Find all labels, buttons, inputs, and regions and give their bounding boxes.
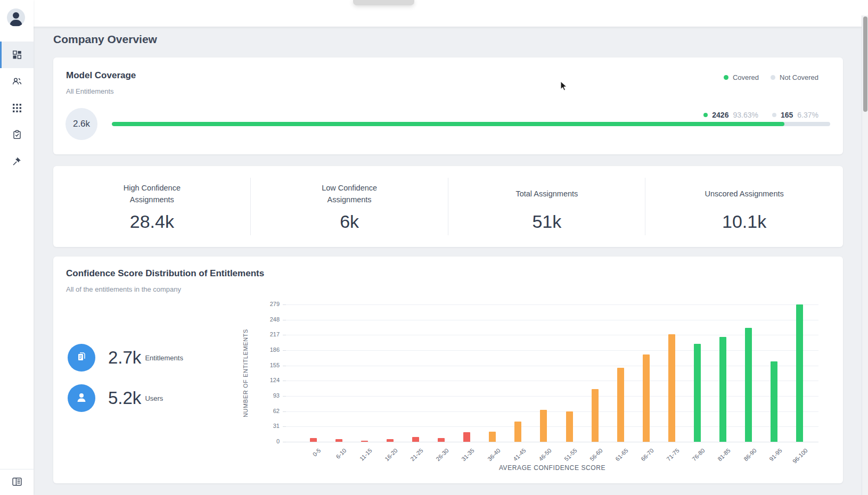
chart-x-tick-label: 91-95 (768, 447, 783, 462)
legend-item-not-covered[interactable]: Not Covered (771, 73, 818, 81)
chart-y-tickmark (283, 350, 286, 351)
stat-low-confidence: Low Confidence Assignments 6k (251, 166, 448, 247)
model-coverage-title: Model Coverage (66, 70, 136, 81)
sidebar-collapse-button[interactable] (0, 474, 34, 492)
reading-pane-icon (12, 477, 22, 488)
chart-y-tick-label: 124 (256, 377, 280, 383)
user-avatar[interactable] (7, 9, 25, 27)
sidebar-item-users[interactable] (0, 68, 34, 95)
chart-y-tickmark (283, 335, 286, 335)
sidebar-item-rules[interactable] (0, 148, 34, 175)
chart-y-tick-label: 62 (256, 408, 280, 414)
entitlements-label: Entitlements (145, 354, 183, 362)
chart-bar (438, 438, 445, 442)
chart-x-tick-label: 41-45 (512, 447, 527, 462)
chart-y-tickmark (283, 396, 286, 397)
chart-y-tickmark (283, 411, 286, 412)
grid-icon (13, 104, 21, 112)
chart-x-tick-label: 76-80 (691, 447, 706, 462)
chart-bar (361, 441, 368, 442)
scrollbar-thumb[interactable] (863, 16, 867, 112)
stat-label: High Confidence Assignments (107, 182, 197, 207)
chart-y-tick-label: 217 (256, 331, 280, 337)
coverage-total: 2.6k (73, 119, 90, 129)
chart-bar (335, 439, 342, 442)
chart-gridline (286, 426, 818, 427)
chart-x-tick-label: 36-40 (486, 447, 501, 462)
scrollbar-track[interactable] (862, 15, 868, 495)
chart-gridline (286, 320, 818, 320)
chart-y-tick-label: 248 (256, 316, 280, 323)
chart-y-tick-label: 93 (256, 392, 280, 399)
stat-label: Low Confidence Assignments (304, 182, 395, 207)
documents-icon (75, 350, 88, 365)
model-coverage-card: Model Coverage All Entitlements Covered … (53, 57, 843, 154)
user-avatar-icon (7, 19, 25, 27)
users-count: 5.2k (108, 388, 141, 408)
chart-gridline (286, 442, 818, 442)
chart-bar (489, 432, 496, 442)
chart-x-axis-title: AVERAGE CONFIDENCE SCORE (286, 464, 818, 472)
not-covered-percent: 6.37% (797, 111, 818, 119)
sidebar-divider (0, 469, 34, 469)
sidebar-nav (0, 42, 34, 175)
dashboard-icon (12, 50, 22, 60)
chart-x-tick-label: 26-30 (435, 447, 450, 462)
users-icon (12, 77, 22, 86)
legend-item-covered[interactable]: Covered (724, 73, 759, 81)
chart-bar (387, 439, 394, 442)
gavel-icon (12, 156, 22, 166)
chart-x-tick-label: 81-85 (717, 447, 732, 462)
model-coverage-subtitle: All Entitlements (66, 87, 136, 95)
stat-label: Unscored Assignments (705, 182, 783, 207)
chart-gridline (286, 350, 818, 351)
chart-bar (514, 422, 521, 442)
coverage-total-badge: 2.6k (65, 108, 97, 140)
chart-x-tick-label: 61-65 (614, 447, 629, 462)
chart-bar (643, 354, 650, 442)
coverage-progress-fill (112, 122, 784, 126)
stat-high-confidence: High Confidence Assignments 28.4k (53, 166, 251, 247)
sidebar-item-dashboard[interactable] (0, 42, 34, 68)
chart-y-tickmark (283, 426, 286, 427)
chart-x-tick-label: 11-15 (358, 447, 373, 462)
stat-label: Total Assignments (515, 182, 578, 207)
legend-label: Not Covered (780, 73, 818, 81)
chart-y-tickmark (283, 304, 286, 305)
chart-y-tick-label: 0 (256, 438, 280, 444)
stat-unscored-assignments: Unscored Assignments 10.1k (645, 166, 843, 247)
chart-gridline (286, 396, 818, 397)
covered-dot-icon (703, 113, 708, 117)
coverage-progress-bar (112, 122, 830, 126)
stat-value: 10.1k (722, 211, 766, 232)
chart-x-tick-label: 71-75 (666, 447, 681, 462)
confidence-distribution-card: Confidence Score Distribution of Entitle… (53, 257, 843, 483)
sidebar-item-applications[interactable] (0, 95, 34, 121)
chart-gridline (286, 381, 818, 381)
chart-bar (796, 304, 803, 442)
covered-dot-icon (724, 75, 728, 80)
chart-y-axis-title: NUMBER OF ENTITLEMENTS (242, 329, 249, 417)
page-title: Company Overview (53, 33, 157, 46)
legend-label: Covered (733, 73, 759, 81)
chart-x-tick-label: 0-5 (312, 447, 322, 458)
chart-bar (566, 411, 573, 442)
users-label: Users (145, 394, 163, 402)
chart-bar (463, 432, 470, 442)
chart-y-tickmark (283, 442, 286, 442)
chart-x-tick-label: 56-60 (588, 447, 603, 462)
chart-bar (592, 389, 599, 442)
chart-bar (745, 328, 752, 442)
chart-x-tick-label: 21-25 (410, 447, 424, 462)
clipboard-check-icon (12, 130, 22, 139)
chart-x-tick-label: 31-35 (461, 447, 476, 462)
users-summary: 5.2k Users (68, 384, 163, 412)
not-covered-dot-icon (771, 75, 775, 80)
chart-bar (771, 361, 777, 442)
entitlements-count: 2.7k (108, 348, 141, 368)
sidebar-item-tasks[interactable] (0, 121, 34, 148)
distribution-title: Confidence Score Distribution of Entitle… (66, 268, 264, 279)
coverage-legend: Covered Not Covered (724, 73, 818, 81)
chart-gridline (286, 366, 818, 366)
chart-x-tick-label: 51-55 (563, 447, 578, 462)
